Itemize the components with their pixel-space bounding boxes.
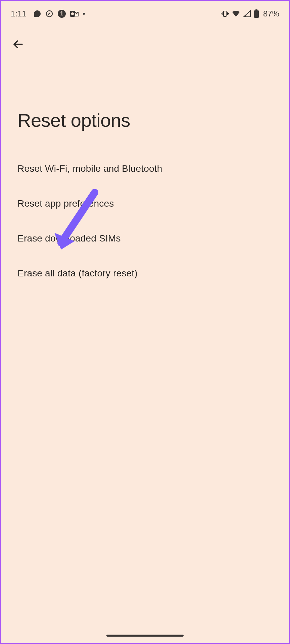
status-bar-left: 1:11 1 (11, 9, 85, 18)
reset-options-list: Reset Wi-Fi, mobile and Bluetooth Reset … (1, 151, 289, 291)
cloud-sync-icon (45, 10, 53, 18)
wifi-icon (232, 10, 240, 17)
battery-icon (254, 9, 259, 18)
status-bar: 1:11 1 (1, 1, 289, 24)
erase-all-data-factory-reset-option[interactable]: Erase all data (factory reset) (17, 256, 273, 291)
more-notifications-icon (83, 13, 85, 15)
status-time: 1:11 (11, 9, 27, 18)
svg-text:1: 1 (60, 11, 63, 16)
vibrate-icon (221, 10, 229, 18)
svg-rect-5 (224, 11, 226, 16)
outlook-icon (70, 10, 79, 17)
svg-rect-11 (254, 10, 259, 18)
reset-app-preferences-option[interactable]: Reset app preferences (17, 186, 273, 221)
svg-point-4 (71, 12, 74, 15)
page-title: Reset options (1, 52, 289, 151)
status-bar-right: 87% (221, 9, 279, 18)
chat-icon (33, 10, 41, 18)
notification-badge-icon: 1 (57, 9, 66, 18)
battery-percentage: 87% (263, 9, 279, 18)
back-button[interactable] (1, 24, 289, 52)
home-indicator[interactable] (106, 635, 184, 637)
reset-wifi-mobile-bluetooth-option[interactable]: Reset Wi-Fi, mobile and Bluetooth (17, 151, 273, 186)
cellular-signal-icon (243, 10, 251, 17)
svg-rect-10 (255, 9, 257, 10)
erase-downloaded-sims-option[interactable]: Erase downloaded SIMs (17, 221, 273, 256)
